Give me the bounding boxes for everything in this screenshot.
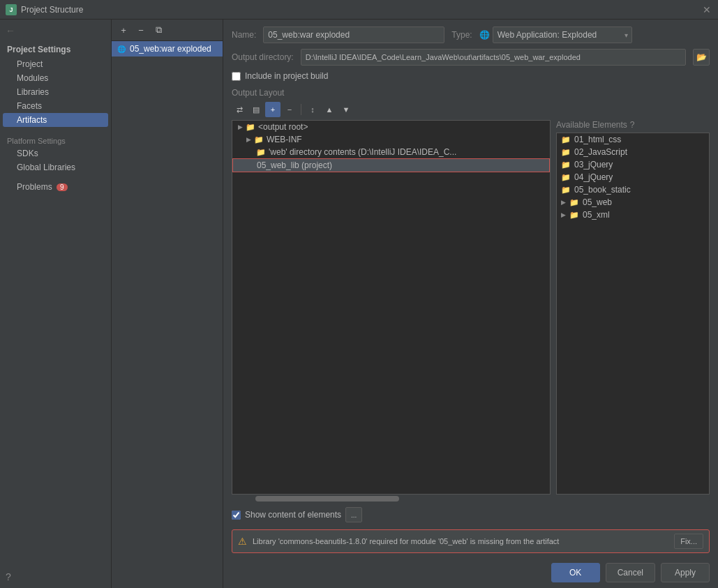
layout-btn-add[interactable]: + — [265, 102, 281, 117]
copy-artifact-btn[interactable]: ⧉ — [151, 22, 166, 38]
tree-item-output-root[interactable]: ▶ 📁 <output root> — [232, 121, 550, 133]
avail-item-book-static[interactable]: 📁 05_book_static — [557, 183, 709, 196]
name-type-row: Name: Type: 🌐 Web Application: Exploded … — [232, 27, 710, 43]
sidebar-item-facets[interactable]: Facets — [0, 99, 111, 113]
scrollbar-thumb — [255, 496, 399, 502]
sidebar-item-project[interactable]: Project — [0, 57, 111, 71]
center-content: + − ⧉ 🌐 05_web:war exploded Name: Type: … — [112, 20, 718, 588]
sidebar-item-global-libraries[interactable]: Global Libraries — [0, 160, 111, 174]
warning-bar: ⚠ Library 'commons-beanutils-1.8.0' requ… — [232, 529, 710, 553]
webinf-folder-icon: 📁 — [254, 135, 264, 144]
name-label: Name: — [232, 30, 256, 40]
layout-btn-remove[interactable]: − — [282, 102, 297, 117]
cancel-button[interactable]: Cancel — [606, 563, 655, 582]
right-panel: Name: Type: 🌐 Web Application: Exploded … — [223, 20, 718, 588]
fix-button[interactable]: Fix... — [674, 534, 703, 549]
sidebar-item-problems[interactable]: Problems 9 — [0, 180, 111, 194]
type-select[interactable]: Web Application: Exploded — [493, 27, 632, 43]
layout-btn-settings[interactable]: ⇄ — [232, 102, 247, 117]
artifact-list-panel: + − ⧉ 🌐 05_web:war exploded — [112, 20, 223, 588]
folder-icon-book: 📁 — [561, 186, 571, 195]
artifact-toolbar: + − ⧉ — [112, 20, 223, 41]
close-button[interactable]: ✕ — [701, 4, 712, 15]
split-panel: ▶ 📁 <output root> ▶ 📁 WEB-INF 📁 'web' di… — [232, 120, 710, 495]
warning-text: Library 'commons-beanutils-1.8.0' requir… — [253, 537, 668, 545]
avail-item-web[interactable]: ▶ 📁 05_web — [557, 196, 709, 209]
type-select-wrapper: Web Application: Exploded ▾ — [493, 27, 632, 43]
layout-toolbar: ⇄ ▤ + − ↕ ▲ ▼ — [232, 102, 710, 117]
avail-item-html-css[interactable]: 📁 01_html_css — [557, 133, 709, 146]
layout-btn-list[interactable]: ▤ — [248, 102, 264, 117]
tree-item-web-lib[interactable]: 05_web_lib (project) — [232, 158, 550, 172]
web-contents-icon: 📁 — [256, 148, 266, 157]
scrollbar-track[interactable] — [232, 496, 710, 502]
include-build-row: Include in project build — [232, 71, 710, 81]
add-artifact-btn[interactable]: + — [116, 22, 131, 38]
show-content-row: Show content of elements ... — [232, 507, 710, 522]
sidebar-item-artifacts[interactable]: Artifacts — [3, 113, 108, 127]
avail-item-jquery1[interactable]: 📁 03_jQuery — [557, 158, 709, 171]
title-bar: J Project Structure ✕ — [0, 0, 718, 20]
available-elements-label: Available Elements — [556, 120, 627, 130]
available-tree[interactable]: 📁 01_html_css 📁 02_JavaScript 📁 03_jQuer… — [556, 133, 710, 495]
remove-artifact-btn[interactable]: − — [133, 22, 149, 38]
help-button[interactable]: ? — [0, 566, 111, 588]
root-folder-icon: 📁 — [246, 123, 255, 132]
artifact-icon: 🌐 — [117, 45, 126, 53]
title-bar-text: Project Structure — [21, 5, 83, 15]
platform-settings-label: Platform Settings — [0, 133, 111, 146]
sidebar-item-modules[interactable]: Modules — [0, 71, 111, 85]
bottom-section: Show content of elements ... ⚠ Library '… — [232, 495, 710, 582]
folder-icon-xml: 📁 — [569, 211, 579, 220]
problems-badge: 9 — [57, 183, 68, 191]
folder-icon-html: 📁 — [561, 135, 571, 144]
project-settings-label: Project Settings — [0, 39, 111, 57]
output-dir-row: Output directory: 📂 — [232, 49, 710, 66]
main-layout: ← Project Settings Project Modules Libra… — [0, 20, 718, 588]
chevron-web: ▶ — [561, 199, 566, 206]
sidebar: ← Project Settings Project Modules Libra… — [0, 20, 112, 588]
app-icon: J — [6, 4, 17, 15]
tree-chevron-1: ▶ — [246, 136, 251, 143]
available-help-icon[interactable]: ? — [630, 120, 635, 130]
tree-item-webinf[interactable]: ▶ 📁 WEB-INF — [232, 133, 550, 146]
output-layout-label: Output Layout — [232, 88, 710, 98]
sidebar-item-sdks[interactable]: SDKs — [0, 146, 111, 160]
avail-item-xml[interactable]: ▶ 📁 05_xml — [557, 209, 709, 221]
tree-item-web-contents[interactable]: 📁 'web' directory contents (D:\IntelliJ … — [232, 146, 550, 158]
action-buttons: OK Cancel Apply — [232, 557, 710, 582]
artifact-list-item[interactable]: 🌐 05_web:war exploded — [112, 41, 223, 56]
artifact-name: 05_web:war exploded — [130, 44, 211, 54]
name-input[interactable] — [263, 27, 444, 43]
back-arrow[interactable]: ← — [6, 25, 15, 36]
browse-output-dir-btn[interactable]: 📂 — [693, 49, 710, 66]
warning-icon: ⚠ — [238, 536, 247, 547]
folder-icon-jq2: 📁 — [561, 173, 571, 182]
show-content-label: Show content of elements — [245, 510, 341, 520]
apply-button[interactable]: Apply — [661, 563, 710, 582]
show-content-options-btn[interactable]: ... — [345, 507, 362, 522]
output-layout-tree[interactable]: ▶ 📁 <output root> ▶ 📁 WEB-INF 📁 'web' di… — [232, 120, 551, 495]
folder-icon-js: 📁 — [561, 148, 571, 157]
available-elements-header: Available Elements ? — [556, 120, 710, 130]
folder-icon-jq1: 📁 — [561, 160, 571, 169]
available-elements-panel: Available Elements ? 📁 01_html_css 📁 02_… — [556, 120, 710, 495]
layout-btn-down[interactable]: ▼ — [338, 102, 354, 117]
include-build-checkbox[interactable] — [232, 72, 241, 81]
sidebar-item-libraries[interactable]: Libraries — [0, 85, 111, 99]
tree-chevron-0: ▶ — [238, 123, 243, 130]
avail-item-javascript[interactable]: 📁 02_JavaScript — [557, 146, 709, 158]
avail-item-jquery2[interactable]: 📁 04_jQuery — [557, 171, 709, 183]
toolbar-separator — [301, 104, 301, 115]
folder-icon-web: 📁 — [569, 198, 579, 207]
chevron-xml: ▶ — [561, 211, 566, 218]
layout-btn-up[interactable]: ▲ — [322, 102, 337, 117]
output-dir-label: Output directory: — [232, 52, 294, 62]
type-label: Type: — [451, 30, 472, 40]
include-build-label: Include in project build — [245, 71, 328, 81]
sidebar-nav: ← — [0, 22, 111, 39]
layout-btn-sort[interactable]: ↕ — [305, 102, 320, 117]
output-dir-input[interactable] — [301, 49, 686, 66]
ok-button[interactable]: OK — [551, 563, 600, 582]
show-content-checkbox[interactable] — [232, 511, 241, 520]
